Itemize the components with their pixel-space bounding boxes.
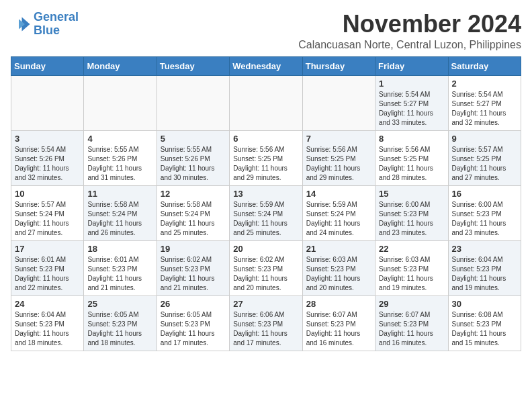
day-number: 7 (306, 134, 371, 144)
calendar-week-row: 1Sunrise: 5:54 AMSunset: 5:27 PMDaylight… (11, 75, 521, 130)
day-info: Sunrise: 6:01 AMSunset: 5:23 PMDaylight:… (87, 255, 152, 293)
calendar-cell: 1Sunrise: 5:54 AMSunset: 5:27 PMDaylight… (375, 75, 448, 130)
calendar-cell: 7Sunrise: 5:56 AMSunset: 5:25 PMDaylight… (302, 130, 375, 185)
day-number: 22 (379, 244, 444, 254)
calendar-cell: 28Sunrise: 6:07 AMSunset: 5:23 PMDayligh… (302, 295, 375, 351)
day-number: 24 (15, 299, 80, 309)
calendar-cell (302, 75, 375, 130)
day-info: Sunrise: 5:55 AMSunset: 5:26 PMDaylight:… (161, 145, 226, 183)
day-info: Sunrise: 6:04 AMSunset: 5:23 PMDaylight:… (15, 310, 80, 348)
calendar-cell (230, 75, 302, 130)
calendar-cell: 2Sunrise: 5:54 AMSunset: 5:27 PMDaylight… (448, 75, 521, 130)
day-info: Sunrise: 6:01 AMSunset: 5:23 PMDaylight:… (15, 255, 80, 293)
day-number: 5 (161, 134, 226, 144)
day-info: Sunrise: 5:54 AMSunset: 5:27 PMDaylight:… (379, 90, 444, 128)
day-number: 17 (15, 244, 80, 254)
day-number: 1 (379, 79, 444, 89)
weekday-header: Sunday (11, 56, 84, 75)
calendar-cell: 6Sunrise: 5:56 AMSunset: 5:25 PMDaylight… (230, 130, 302, 185)
calendar-cell: 27Sunrise: 6:06 AMSunset: 5:23 PMDayligh… (230, 295, 302, 351)
day-number: 27 (233, 299, 298, 309)
day-number: 6 (233, 134, 298, 144)
day-info: Sunrise: 6:00 AMSunset: 5:23 PMDaylight:… (452, 200, 517, 238)
weekday-header: Tuesday (157, 56, 229, 75)
calendar-cell: 30Sunrise: 6:08 AMSunset: 5:23 PMDayligh… (448, 295, 521, 351)
day-number: 3 (15, 134, 80, 144)
calendar-cell: 16Sunrise: 6:00 AMSunset: 5:23 PMDayligh… (448, 185, 521, 240)
day-number: 11 (87, 189, 152, 199)
logo: General Blue (11, 11, 79, 38)
day-info: Sunrise: 5:56 AMSunset: 5:25 PMDaylight:… (233, 145, 298, 183)
calendar-cell (11, 75, 84, 130)
calendar-cell: 25Sunrise: 6:05 AMSunset: 5:23 PMDayligh… (84, 295, 157, 351)
calendar-cell: 11Sunrise: 5:58 AMSunset: 5:24 PMDayligh… (84, 185, 157, 240)
weekday-header: Thursday (302, 56, 375, 75)
calendar-week-row: 10Sunrise: 5:57 AMSunset: 5:24 PMDayligh… (11, 185, 521, 240)
day-info: Sunrise: 6:00 AMSunset: 5:23 PMDaylight:… (379, 200, 444, 238)
weekday-header: Wednesday (230, 56, 302, 75)
calendar-cell: 13Sunrise: 5:59 AMSunset: 5:24 PMDayligh… (230, 185, 302, 240)
day-number: 13 (233, 189, 298, 199)
day-number: 23 (452, 244, 517, 254)
calendar-table: SundayMondayTuesdayWednesdayThursdayFrid… (11, 56, 521, 351)
calendar-cell: 24Sunrise: 6:04 AMSunset: 5:23 PMDayligh… (11, 295, 84, 351)
day-number: 25 (87, 299, 152, 309)
day-info: Sunrise: 6:03 AMSunset: 5:23 PMDaylight:… (306, 255, 371, 293)
calendar-cell: 21Sunrise: 6:03 AMSunset: 5:23 PMDayligh… (302, 240, 375, 295)
calendar-cell: 4Sunrise: 5:55 AMSunset: 5:26 PMDaylight… (84, 130, 157, 185)
day-info: Sunrise: 6:06 AMSunset: 5:23 PMDaylight:… (233, 310, 298, 348)
day-number: 15 (379, 189, 444, 199)
calendar-cell: 22Sunrise: 6:03 AMSunset: 5:23 PMDayligh… (375, 240, 448, 295)
logo-blue: Blue (34, 24, 60, 37)
day-info: Sunrise: 6:07 AMSunset: 5:23 PMDaylight:… (379, 310, 444, 348)
title-area: November 2024 Calancuasan Norte, Central… (298, 11, 521, 51)
day-info: Sunrise: 5:59 AMSunset: 5:24 PMDaylight:… (306, 200, 371, 238)
day-info: Sunrise: 6:02 AMSunset: 5:23 PMDaylight:… (161, 255, 226, 293)
day-number: 29 (379, 299, 444, 309)
day-number: 30 (452, 299, 517, 309)
month-title: November 2024 (298, 11, 521, 38)
calendar-cell: 10Sunrise: 5:57 AMSunset: 5:24 PMDayligh… (11, 185, 84, 240)
day-info: Sunrise: 5:59 AMSunset: 5:24 PMDaylight:… (233, 200, 298, 238)
day-info: Sunrise: 5:55 AMSunset: 5:26 PMDaylight:… (87, 145, 152, 183)
day-info: Sunrise: 6:04 AMSunset: 5:23 PMDaylight:… (452, 255, 517, 293)
calendar-cell: 12Sunrise: 5:58 AMSunset: 5:24 PMDayligh… (157, 185, 229, 240)
day-number: 28 (306, 299, 371, 309)
calendar-cell: 29Sunrise: 6:07 AMSunset: 5:23 PMDayligh… (375, 295, 448, 351)
day-number: 16 (452, 189, 517, 199)
calendar-week-row: 24Sunrise: 6:04 AMSunset: 5:23 PMDayligh… (11, 295, 521, 351)
calendar-week-row: 3Sunrise: 5:54 AMSunset: 5:26 PMDaylight… (11, 130, 521, 185)
day-number: 2 (452, 79, 517, 89)
logo-text: General Blue (34, 11, 79, 38)
calendar-cell: 19Sunrise: 6:02 AMSunset: 5:23 PMDayligh… (157, 240, 229, 295)
weekday-header: Friday (375, 56, 448, 75)
weekday-header: Saturday (448, 56, 521, 75)
day-info: Sunrise: 6:05 AMSunset: 5:23 PMDaylight:… (87, 310, 152, 348)
logo-general: General (34, 10, 79, 24)
calendar-cell: 3Sunrise: 5:54 AMSunset: 5:26 PMDaylight… (11, 130, 84, 185)
calendar-cell: 15Sunrise: 6:00 AMSunset: 5:23 PMDayligh… (375, 185, 448, 240)
page-header: General Blue November 2024 Calancuasan N… (11, 11, 521, 51)
day-number: 14 (306, 189, 371, 199)
calendar-cell: 5Sunrise: 5:55 AMSunset: 5:26 PMDaylight… (157, 130, 229, 185)
calendar-cell: 9Sunrise: 5:57 AMSunset: 5:25 PMDaylight… (448, 130, 521, 185)
calendar-cell: 26Sunrise: 6:05 AMSunset: 5:23 PMDayligh… (157, 295, 229, 351)
day-number: 9 (452, 134, 517, 144)
day-info: Sunrise: 6:05 AMSunset: 5:23 PMDaylight:… (161, 310, 226, 348)
day-info: Sunrise: 5:57 AMSunset: 5:25 PMDaylight:… (452, 145, 517, 183)
day-number: 8 (379, 134, 444, 144)
day-number: 21 (306, 244, 371, 254)
calendar-cell: 23Sunrise: 6:04 AMSunset: 5:23 PMDayligh… (448, 240, 521, 295)
day-info: Sunrise: 6:07 AMSunset: 5:23 PMDaylight:… (306, 310, 371, 348)
location: Calancuasan Norte, Central Luzon, Philip… (298, 39, 521, 51)
day-info: Sunrise: 5:56 AMSunset: 5:25 PMDaylight:… (306, 145, 371, 183)
day-info: Sunrise: 5:58 AMSunset: 5:24 PMDaylight:… (87, 200, 152, 238)
day-info: Sunrise: 6:08 AMSunset: 5:23 PMDaylight:… (452, 310, 517, 348)
day-number: 12 (161, 189, 226, 199)
calendar-cell (84, 75, 157, 130)
day-info: Sunrise: 5:54 AMSunset: 5:27 PMDaylight:… (452, 90, 517, 128)
day-info: Sunrise: 5:57 AMSunset: 5:24 PMDaylight:… (15, 200, 80, 238)
calendar-cell: 17Sunrise: 6:01 AMSunset: 5:23 PMDayligh… (11, 240, 84, 295)
calendar-header-row: SundayMondayTuesdayWednesdayThursdayFrid… (11, 56, 521, 75)
day-number: 19 (161, 244, 226, 254)
